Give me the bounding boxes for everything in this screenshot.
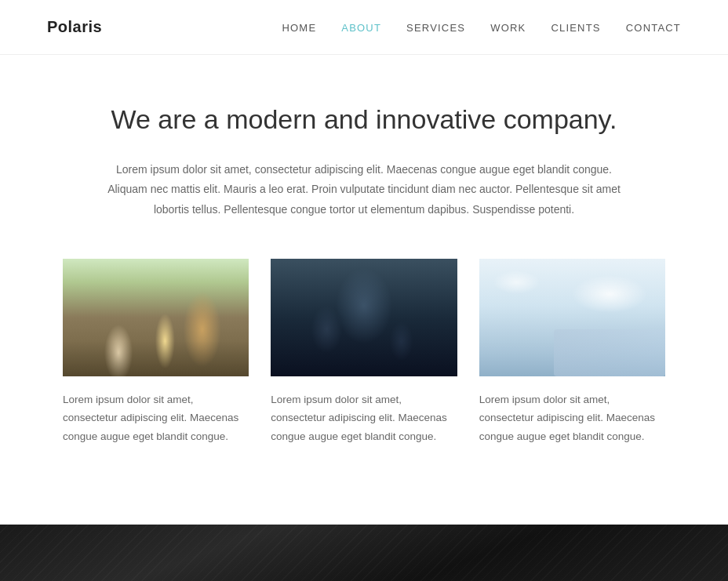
nav-link-about[interactable]: ABOUT xyxy=(341,22,381,34)
navbar: Polaris HOME ABOUT SERVICES WORK CLIENTS… xyxy=(0,0,728,55)
nav-item-clients[interactable]: CLIENTS xyxy=(551,20,600,34)
site-logo[interactable]: Polaris xyxy=(47,18,102,36)
image-1 xyxy=(63,259,249,376)
nav-link-work[interactable]: WORK xyxy=(490,22,526,34)
image-3 xyxy=(479,259,665,376)
card-text-3: Lorem ipsum dolor sit amet, consectetur … xyxy=(479,390,665,446)
card-text-1: Lorem ipsum dolor sit amet, consectetur … xyxy=(63,390,249,446)
nav-link-contact[interactable]: CONTACT xyxy=(626,22,681,34)
main-content: We are a modern and innovative company. … xyxy=(0,55,728,493)
image-2 xyxy=(271,259,457,376)
nav-item-contact[interactable]: CONTACT xyxy=(626,20,681,34)
nav-link-home[interactable]: HOME xyxy=(282,22,316,34)
hero-title: We are a modern and innovative company. xyxy=(63,102,665,136)
nav-link-services[interactable]: SERVICES xyxy=(406,22,465,34)
card-text-2: Lorem ipsum dolor sit amet, consectetur … xyxy=(271,390,457,446)
grid-item-1: Lorem ipsum dolor sit amet, consectetur … xyxy=(63,259,249,446)
nav-item-about[interactable]: ABOUT xyxy=(341,20,381,34)
nav-item-services[interactable]: SERVICES xyxy=(406,20,465,34)
nav-item-work[interactable]: WORK xyxy=(490,20,526,34)
grid-item-3: Lorem ipsum dolor sit amet, consectetur … xyxy=(479,259,665,446)
nav-link-clients[interactable]: CLIENTS xyxy=(551,22,600,34)
nav-item-home[interactable]: HOME xyxy=(282,20,316,34)
hero-description: Lorem ipsum dolor sit amet, consectetur … xyxy=(97,160,631,220)
footer-dark xyxy=(0,525,728,581)
grid-item-2: Lorem ipsum dolor sit amet, consectetur … xyxy=(271,259,457,446)
nav-links: HOME ABOUT SERVICES WORK CLIENTS CONTACT xyxy=(282,20,681,34)
image-grid: Lorem ipsum dolor sit amet, consectetur … xyxy=(63,259,665,446)
